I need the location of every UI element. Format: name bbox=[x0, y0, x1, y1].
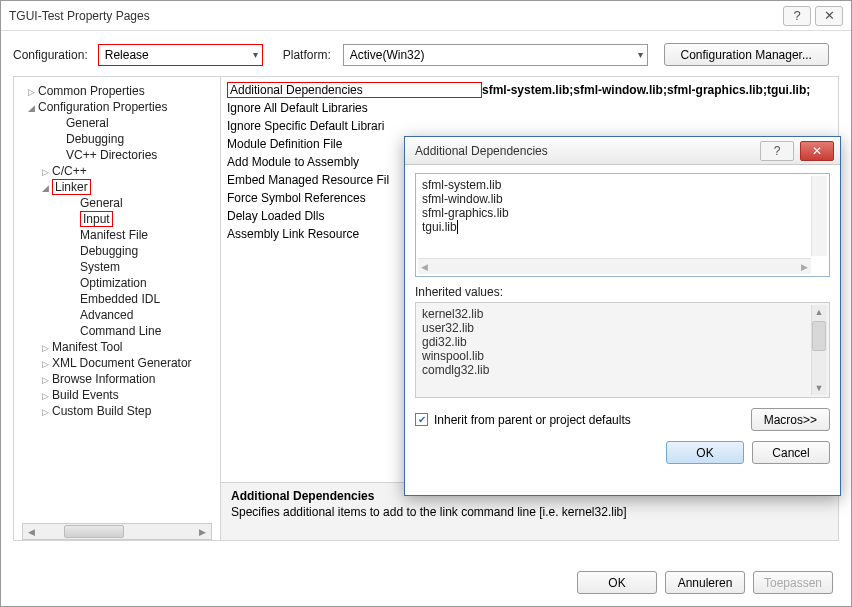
expand-icon[interactable]: ▷ bbox=[42, 375, 52, 385]
tree-item[interactable]: ▷Browse Information bbox=[18, 371, 216, 387]
tree-item-label: General bbox=[66, 116, 109, 130]
dialog-cancel-button[interactable]: Cancel bbox=[752, 441, 830, 464]
scroll-right-icon[interactable]: ▶ bbox=[194, 524, 211, 539]
property-name: Additional Dependencies bbox=[227, 82, 482, 98]
inherit-checkbox-label: Inherit from parent or project defaults bbox=[434, 413, 631, 427]
expand-icon[interactable]: ▷ bbox=[42, 359, 52, 369]
property-pages-window: TGUI-Test Property Pages ? ✕ Configurati… bbox=[0, 0, 852, 607]
property-row[interactable]: Ignore Specific Default Librari bbox=[227, 117, 832, 135]
scroll-right-icon[interactable]: ▶ bbox=[798, 262, 811, 272]
expand-icon[interactable]: ▷ bbox=[42, 391, 52, 401]
tree-item-label: Common Properties bbox=[38, 84, 145, 98]
tree-item[interactable]: Debugging bbox=[18, 243, 216, 259]
tree-item[interactable]: Command Line bbox=[18, 323, 216, 339]
tree-item[interactable]: ▷Manifest Tool bbox=[18, 339, 216, 355]
tree-item-label: C/C++ bbox=[52, 164, 87, 178]
tree-item[interactable]: Advanced bbox=[18, 307, 216, 323]
inherited-values-label: Inherited values: bbox=[415, 285, 830, 299]
scroll-thumb[interactable] bbox=[812, 321, 826, 351]
property-name: Ignore All Default Libraries bbox=[227, 101, 482, 115]
tree-item-label: VC++ Directories bbox=[66, 148, 157, 162]
macros-button[interactable]: Macros>> bbox=[751, 408, 830, 431]
configuration-combo[interactable]: Release ▾ bbox=[98, 44, 263, 66]
expand-icon[interactable]: ▷ bbox=[42, 407, 52, 417]
inherited-item: gdi32.lib bbox=[422, 335, 823, 349]
tree-panel: ▷Common Properties◢Configuration Propert… bbox=[14, 77, 221, 540]
property-name: Ignore Specific Default Librari bbox=[227, 119, 482, 133]
tree-item-label: Optimization bbox=[80, 276, 147, 290]
tree-item-label: XML Document Generator bbox=[52, 356, 192, 370]
tree-item-label: Linker bbox=[52, 179, 91, 195]
property-row[interactable]: Ignore All Default Libraries bbox=[227, 99, 832, 117]
scroll-down-icon[interactable]: ▼ bbox=[812, 381, 826, 395]
close-button[interactable]: ✕ bbox=[815, 6, 843, 26]
dialog-ok-button[interactable]: OK bbox=[666, 441, 744, 464]
dialog-help-button[interactable]: ? bbox=[760, 141, 794, 161]
tree-item-label: Browse Information bbox=[52, 372, 155, 386]
expand-icon[interactable]: ▷ bbox=[28, 87, 38, 97]
textarea-vertical-scrollbar[interactable] bbox=[811, 176, 827, 256]
scroll-left-icon[interactable]: ◀ bbox=[23, 524, 40, 539]
tree-item-label: Custom Build Step bbox=[52, 404, 151, 418]
tree-horizontal-scrollbar[interactable]: ◀ ▶ bbox=[22, 523, 212, 540]
tree-item[interactable]: Embedded IDL bbox=[18, 291, 216, 307]
tree-item[interactable]: Optimization bbox=[18, 275, 216, 291]
tree-item-label: Manifest File bbox=[80, 228, 148, 242]
tree-item[interactable]: General bbox=[18, 115, 216, 131]
property-value[interactable]: sfml-system.lib;sfml-window.lib;sfml-gra… bbox=[482, 83, 810, 97]
platform-label: Platform: bbox=[283, 48, 331, 62]
tree-item[interactable]: Debugging bbox=[18, 131, 216, 147]
dialog-buttons: OK Annuleren Toepassen bbox=[577, 571, 833, 594]
tree-item-label: Configuration Properties bbox=[38, 100, 167, 114]
configuration-label: Configuration: bbox=[13, 48, 88, 62]
inherit-checkbox[interactable]: ✔ bbox=[415, 413, 428, 426]
tree-item-label: System bbox=[80, 260, 120, 274]
help-button[interactable]: ? bbox=[783, 6, 811, 26]
textarea-horizontal-scrollbar[interactable]: ◀▶ bbox=[418, 258, 811, 274]
dependencies-textarea[interactable]: sfml-system.libsfml-window.libsfml-graph… bbox=[415, 173, 830, 277]
expand-icon[interactable]: ▷ bbox=[42, 343, 52, 353]
tree-item-label: Debugging bbox=[80, 244, 138, 258]
tree-item[interactable]: ▷C/C++ bbox=[18, 163, 216, 179]
property-row[interactable]: Additional Dependenciessfml-system.lib;s… bbox=[227, 81, 832, 99]
configuration-manager-button[interactable]: Configuration Manager... bbox=[664, 43, 829, 66]
scroll-up-icon[interactable]: ▲ bbox=[812, 305, 826, 319]
config-row: Configuration: Release ▾ Platform: Activ… bbox=[13, 43, 839, 66]
textarea-line: sfml-system.lib bbox=[422, 178, 823, 192]
expand-icon[interactable]: ◢ bbox=[42, 183, 52, 193]
apply-button[interactable]: Toepassen bbox=[753, 571, 833, 594]
tree-item[interactable]: ◢Linker bbox=[18, 179, 216, 195]
dialog-title: Additional Dependencies bbox=[415, 144, 760, 158]
chevron-down-icon: ▾ bbox=[253, 49, 258, 60]
scroll-thumb[interactable] bbox=[64, 525, 124, 538]
tree-item[interactable]: System bbox=[18, 259, 216, 275]
platform-value: Active(Win32) bbox=[350, 48, 425, 62]
tree-item-label: General bbox=[80, 196, 123, 210]
ok-button[interactable]: OK bbox=[577, 571, 657, 594]
window-title: TGUI-Test Property Pages bbox=[9, 9, 779, 23]
expand-icon[interactable]: ◢ bbox=[28, 103, 38, 113]
scroll-left-icon[interactable]: ◀ bbox=[418, 262, 431, 272]
inherited-item: winspool.lib bbox=[422, 349, 823, 363]
description-text: Specifies additional items to add to the… bbox=[231, 505, 828, 519]
tree-item[interactable]: ▷Common Properties bbox=[18, 83, 216, 99]
tree-item[interactable]: Input bbox=[18, 211, 216, 227]
textarea-line: sfml-graphics.lib bbox=[422, 206, 823, 220]
tree-item[interactable]: General bbox=[18, 195, 216, 211]
tree-item-label: Input bbox=[80, 211, 113, 227]
dialog-close-button[interactable]: ✕ bbox=[800, 141, 834, 161]
tree-item[interactable]: ◢Configuration Properties bbox=[18, 99, 216, 115]
tree-item[interactable]: ▷Custom Build Step bbox=[18, 403, 216, 419]
tree-item-label: Embedded IDL bbox=[80, 292, 160, 306]
platform-combo[interactable]: Active(Win32) ▾ bbox=[343, 44, 648, 66]
tree-item-label: Command Line bbox=[80, 324, 161, 338]
inherited-item: kernel32.lib bbox=[422, 307, 823, 321]
tree-item[interactable]: ▷XML Document Generator bbox=[18, 355, 216, 371]
textarea-line: tgui.lib bbox=[422, 220, 823, 234]
tree-item[interactable]: ▷Build Events bbox=[18, 387, 216, 403]
cancel-button[interactable]: Annuleren bbox=[665, 571, 745, 594]
tree-item[interactable]: VC++ Directories bbox=[18, 147, 216, 163]
tree-item[interactable]: Manifest File bbox=[18, 227, 216, 243]
expand-icon[interactable]: ▷ bbox=[42, 167, 52, 177]
tree-item-label: Manifest Tool bbox=[52, 340, 122, 354]
